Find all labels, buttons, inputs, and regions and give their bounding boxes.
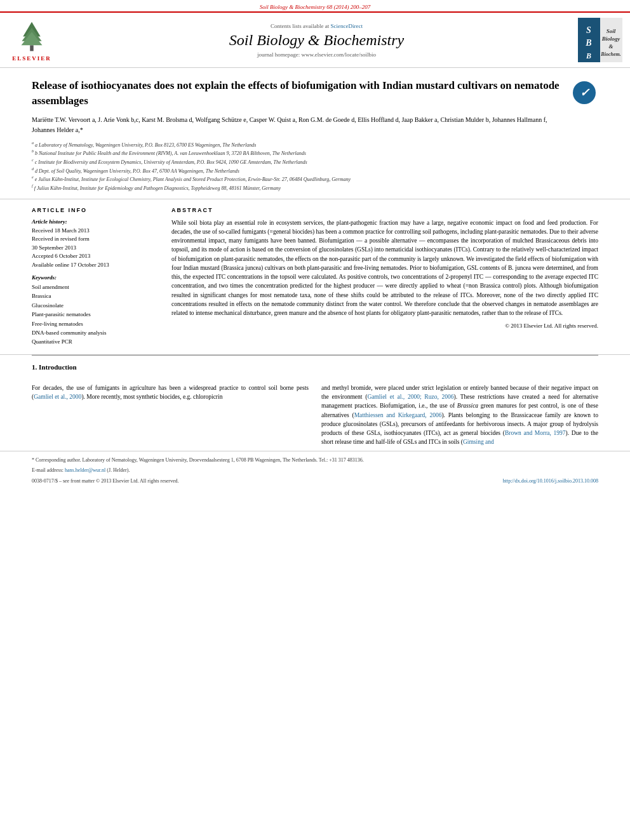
- article-info-panel: ARTICLE INFO Article history: Received 1…: [32, 207, 159, 347]
- svg-text:B: B: [585, 51, 591, 60]
- doi-link[interactable]: http://dx.doi.org/10.1016/j.soilbio.2013…: [503, 478, 598, 484]
- journal-title: Soil Biology & Biochemistry: [64, 32, 570, 49]
- ref-brown-morra[interactable]: Brown and Morra, 1997: [505, 430, 566, 436]
- article-history: Article history: Received 18 March 2013 …: [32, 218, 159, 270]
- journal-header: ELSEVIER Contents lists available at Sci…: [0, 11, 630, 68]
- journal-center-info: Contents lists available at ScienceDirec…: [64, 23, 570, 58]
- affiliation-f: f f Julius Kühn-Institut, Institute for …: [32, 183, 566, 192]
- keywords-label: Keywords:: [32, 274, 159, 281]
- affiliation-d: d d Dept. of Soil Quality, Wageningen Un…: [32, 166, 566, 175]
- intro-section-title: 1. Introduction: [32, 363, 598, 371]
- history-revised-date: 30 September 2013: [32, 244, 159, 253]
- article-title-content: Release of isothiocyanates does not expl…: [32, 78, 566, 192]
- affiliation-e: e e Julius Kühn-Institut, Institute for …: [32, 175, 566, 183]
- keyword-1: Soil amendment: [32, 283, 159, 291]
- sbb-brand-logo: S B B Soil Biology & Biochem.: [578, 18, 622, 62]
- footer-doi: http://dx.doi.org/10.1016/j.soilbio.2013…: [503, 478, 598, 484]
- elsevier-logo-left: ELSEVIER: [6, 19, 57, 62]
- history-label: Article history:: [32, 218, 159, 225]
- svg-text:Biology: Biology: [601, 36, 620, 42]
- history-received: Received 18 March 2013: [32, 227, 159, 236]
- article-title-section: Release of isothiocyanates does not expl…: [0, 68, 630, 199]
- svg-text:✓: ✓: [580, 86, 590, 99]
- abstract-title: ABSTRACT: [171, 207, 598, 213]
- affiliation-c: c c Institute for Biodiversity and Ecosy…: [32, 157, 566, 166]
- footer-issn: 0038-0717/$ – see front matter © 2013 El…: [32, 478, 179, 484]
- intro-col2-p1: and methyl bromide, were placed under st…: [321, 383, 598, 447]
- intro-col1-p1: For decades, the use of fumigants in agr…: [32, 383, 309, 402]
- article-title: Release of isothiocyanates does not expl…: [32, 78, 566, 109]
- ref-matthiessen[interactable]: Matthiessen and Kirkegaard, 2006: [354, 412, 442, 418]
- svg-text:Soil: Soil: [606, 28, 615, 34]
- page-footer: * Corresponding author. Laboratory of Ne…: [0, 451, 630, 486]
- science-direct-anchor[interactable]: ScienceDirect: [331, 23, 363, 29]
- ref-gamliel-ruzo[interactable]: Gamliel et al., 2000; Ruzo, 2006: [367, 394, 453, 400]
- history-online: Available online 17 October 2013: [32, 261, 159, 270]
- article-info-title: ARTICLE INFO: [32, 207, 159, 213]
- keyword-7: Quantitative PCR: [32, 337, 159, 346]
- keyword-5: Free-living nematodes: [32, 319, 159, 328]
- keywords-section: Keywords: Soil amendment Brassica Glucos…: [32, 274, 159, 347]
- corresponding-author-footnote: * Corresponding author. Laboratory of Ne…: [32, 457, 598, 464]
- email-footnote: E-mail address: hans.helder@wur.nl (J. H…: [32, 467, 598, 474]
- affiliation-a: a a Laboratory of Nematology, Wageningen…: [32, 140, 566, 149]
- copyright-notice: © 2013 Elsevier Ltd. All rights reserved…: [171, 323, 598, 329]
- intro-col1: For decades, the use of fumigants in agr…: [32, 383, 309, 451]
- svg-text:B: B: [585, 38, 591, 48]
- svg-rect-0: [30, 45, 34, 51]
- history-accepted: Accepted 6 October 2013: [32, 252, 159, 261]
- abstract-panel: ABSTRACT While soil biota play an essent…: [171, 207, 598, 347]
- keyword-6: DNA-based community analysis: [32, 328, 159, 337]
- science-direct-link: Contents lists available at ScienceDirec…: [64, 23, 570, 29]
- abstract-text: While soil biota play an essential role …: [171, 218, 598, 318]
- ref-gamliel-2000[interactable]: Gamliel et al., 2000: [34, 394, 81, 400]
- journal-reference: Soil Biology & Biochemistry 68 (2014) 20…: [0, 0, 630, 11]
- journal-logo-right: S B B Soil Biology & Biochem.: [576, 18, 624, 62]
- intro-col2: and methyl bromide, were placed under st…: [321, 383, 598, 451]
- keyword-4: Plant-parasitic nematodes: [32, 310, 159, 319]
- journal-homepage: journal homepage: www.elsevier.com/locat…: [64, 51, 570, 58]
- crossmark-badge: ✓: [573, 78, 598, 104]
- affiliations: a a Laboratory of Nematology, Wageningen…: [32, 140, 566, 192]
- svg-text:Biochem.: Biochem.: [600, 51, 620, 57]
- footer-bottom-bar: 0038-0717/$ – see front matter © 2013 El…: [32, 478, 598, 484]
- history-revised-label: Received in revised form: [32, 235, 159, 244]
- affiliation-b: b b National Institute for Public Health…: [32, 149, 566, 157]
- svg-text:&: &: [608, 43, 613, 50]
- ref-gimsing[interactable]: Gimsing and: [463, 439, 494, 445]
- crossmark-icon: ✓: [573, 81, 596, 104]
- author-email-link[interactable]: hans.helder@wur.nl: [65, 467, 105, 473]
- introduction-heading: 1. Introduction: [0, 356, 630, 383]
- svg-text:S: S: [586, 25, 591, 35]
- keyword-2: Brassica: [32, 291, 159, 300]
- authors-list: Mariëtte T.W. Vervoort a, J. Arie Vonk b…: [32, 115, 566, 135]
- introduction-body: For decades, the use of fumigants in agr…: [0, 383, 630, 451]
- keyword-3: Glucosinolate: [32, 301, 159, 310]
- elsevier-brand: ELSEVIER: [12, 55, 51, 62]
- article-info-abstract-section: ARTICLE INFO Article history: Received 1…: [0, 199, 630, 355]
